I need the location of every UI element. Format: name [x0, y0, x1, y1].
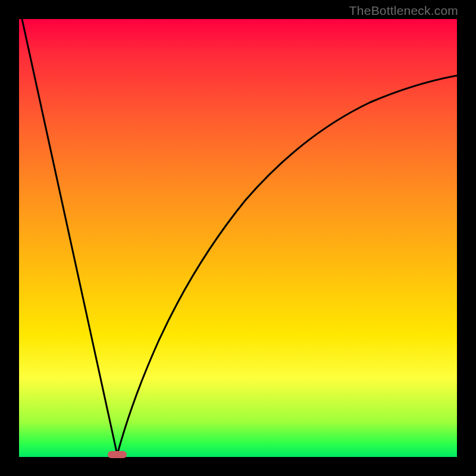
curve-right-branch — [117, 76, 457, 455]
curve-left-branch — [22, 19, 117, 455]
chart-frame: TheBottleneck.com — [0, 0, 476, 476]
plot-area — [19, 19, 457, 457]
watermark-text: TheBottleneck.com — [349, 4, 458, 18]
optimum-marker — [108, 451, 127, 458]
bottleneck-curve — [19, 19, 457, 457]
